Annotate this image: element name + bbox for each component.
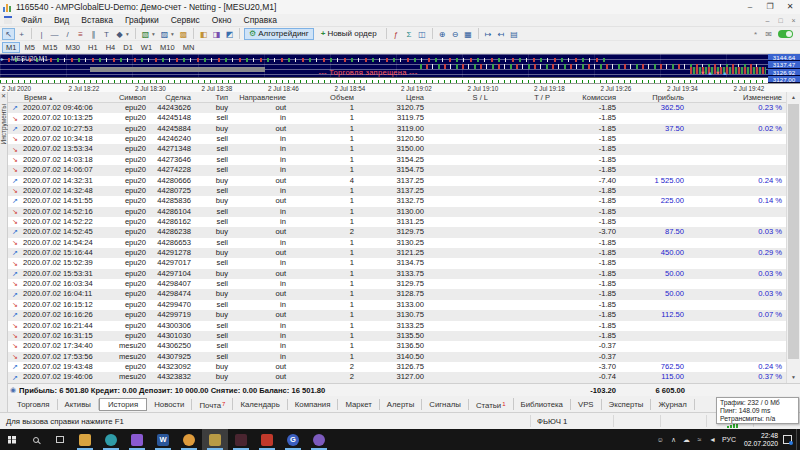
vertical-line-icon[interactable]: | — [35, 28, 48, 40]
vertical-scrollbar[interactable] — [786, 92, 800, 383]
close-button[interactable]: ✕ — [780, 0, 800, 14]
table-row[interactable]: 2020.07.02 10:27:53epu2044245884buyout13… — [8, 124, 786, 134]
table-row[interactable]: 2020.07.02 14:06:07epu2044274228sellin13… — [8, 165, 786, 175]
timeframe-h4[interactable]: H4 — [102, 42, 120, 53]
column-header-4[interactable]: Направление — [232, 93, 290, 102]
timeframe-m5[interactable]: M5 — [20, 42, 38, 53]
one-click-trading-icon[interactable]: ▸ — [1, 55, 4, 62]
timeframe-mn[interactable]: MN — [179, 42, 199, 53]
table-row[interactable]: 2020.07.02 16:04:11epu2044298474buyout13… — [8, 289, 786, 299]
timeframe-d1[interactable]: D1 — [119, 42, 137, 53]
table-row[interactable]: 2020.07.02 14:54:24epu2044286653sellin13… — [8, 238, 786, 248]
text-icon[interactable]: T — [100, 28, 113, 40]
table-row[interactable]: 2020.07.02 19:46:06mesu2044323832buyout2… — [8, 372, 786, 382]
word-icon[interactable]: W — [150, 429, 176, 450]
table-row[interactable]: 2020.07.02 13:53:34epu2044271348sellin13… — [8, 144, 786, 154]
scroll-up-icon[interactable] — [787, 92, 800, 103]
red-app-icon[interactable] — [254, 429, 280, 450]
toolbox-panel-strip[interactable]: ✕ Инструменты — [0, 92, 8, 412]
zoom-out-icon[interactable]: ⊖ — [449, 28, 462, 40]
menu-item-2[interactable]: Вставка — [75, 15, 119, 25]
history-table-header[interactable]: Время ▲СимволСделкаТипНаправлениеОбъемЦе… — [8, 92, 786, 103]
taskbar-clock[interactable]: 22:48 02.07.2020 — [744, 432, 778, 447]
table-row[interactable]: 2020.07.02 14:32:48epu2044280725sellin13… — [8, 186, 786, 196]
start-button[interactable] — [0, 429, 24, 450]
timeframe-m15[interactable]: M15 — [39, 42, 62, 53]
people-icon[interactable]: ☺ — [654, 436, 667, 444]
table-row[interactable]: 2020.07.02 14:52:45epu2044286238buyout23… — [8, 227, 786, 237]
table-row[interactable]: 2020.07.02 15:53:31epu2044297104buyout13… — [8, 269, 786, 279]
column-header-9[interactable]: Комиссия — [554, 93, 620, 102]
explorer-icon[interactable] — [72, 429, 98, 450]
community-chat-icon[interactable]: ✉ — [762, 28, 775, 40]
timeframe-m1[interactable]: M1 — [2, 42, 20, 53]
table-row[interactable]: 2020.07.02 10:34:18epu2044246240sellin13… — [8, 134, 786, 144]
child-close-button[interactable]: × — [787, 17, 800, 24]
table-row[interactable]: 2020.07.02 15:52:39epu2044297017sellin13… — [8, 258, 786, 268]
tile-windows-icon[interactable]: ▦ — [462, 28, 475, 40]
table-row[interactable]: 2020.07.02 17:34:40mesu2044306250sellin1… — [8, 341, 786, 351]
cursor-icon[interactable]: ↖ — [2, 28, 15, 40]
crosshair-icon[interactable]: + — [15, 28, 28, 40]
indicator-list-icon[interactable]: Σ — [403, 28, 416, 40]
tab-статьи[interactable]: Статьи1 — [469, 398, 514, 411]
orange-app-icon[interactable] — [176, 429, 202, 450]
table-row[interactable]: 2020.07.02 16:03:34epu2044298407sellin13… — [8, 279, 786, 289]
menu-item-3[interactable]: Графики — [119, 15, 165, 25]
table-row[interactable]: 2020.07.02 14:51:55epu2044285836buyout13… — [8, 196, 786, 206]
table-row[interactable]: 2020.07.02 14:32:31epu2044280666buyout43… — [8, 176, 786, 186]
task-view-button[interactable] — [48, 429, 72, 450]
dark-app-icon[interactable] — [228, 429, 254, 450]
chart-time-axis[interactable]: 2 Jul 20202 Jul 18:222 Jul 18:302 Jul 18… — [0, 83, 800, 92]
viber-icon[interactable] — [306, 429, 332, 450]
show-desktop-button[interactable] — [796, 429, 800, 450]
menu-item-4[interactable]: Сервис — [165, 15, 206, 25]
chart-window-icon[interactable] — [4, 16, 12, 24]
table-row[interactable]: 2020.07.02 16:16:26epu2044299719buyout13… — [8, 310, 786, 320]
tab-алерты[interactable]: Алерты — [380, 399, 422, 410]
restore-button[interactable]: ❐ — [760, 0, 780, 14]
menu-item-5[interactable]: Окно — [206, 15, 238, 25]
child-restore-button[interactable]: □ — [774, 17, 787, 24]
column-header-11[interactable]: Изменение — [688, 93, 786, 102]
tab-новости[interactable]: Новости — [147, 399, 192, 410]
auto-scroll-icon[interactable]: ↦ — [482, 28, 495, 40]
profiles-icon[interactable]: ▨ — [158, 28, 171, 40]
horizontal-line-icon[interactable]: — — [48, 28, 61, 40]
tab-почта[interactable]: Почта7 — [192, 398, 233, 411]
chart-main-pane[interactable]: ▸ MESU20,M1 --- Торговля запрещена --- — [0, 54, 768, 77]
tab-история[interactable]: История — [99, 398, 147, 411]
channel-icon[interactable]: ∥ — [87, 28, 100, 40]
column-header-1[interactable]: Символ — [110, 93, 150, 102]
column-header-8[interactable]: T / P — [492, 93, 554, 102]
table-row[interactable]: 2020.07.02 14:52:22epu2044286162sellin13… — [8, 217, 786, 227]
action-center-icon[interactable] — [783, 435, 792, 444]
table-row[interactable]: 2020.07.02 15:16:44epu2044291278buyout13… — [8, 248, 786, 258]
tab-библиотека[interactable]: Библиотека — [514, 399, 571, 410]
shapes-icon-dropdown[interactable]: ▾ — [126, 31, 132, 37]
table-row[interactable]: 2020.07.02 14:03:18epu2044273646sellin13… — [8, 155, 786, 165]
pin-icon[interactable]: * — [749, 28, 762, 40]
new-order-button[interactable]: +Новый ордер — [316, 28, 382, 40]
data-window-icon[interactable]: ◨ — [210, 28, 223, 40]
menu-item-0[interactable]: Файл — [15, 15, 48, 25]
templates-folder-icon[interactable]: ▩ — [177, 28, 190, 40]
column-header-2[interactable]: Сделка — [150, 93, 195, 102]
chart-objects-icon[interactable]: ◫ — [416, 28, 429, 40]
column-header-7[interactable]: S / L — [428, 93, 492, 102]
timeframe-h1[interactable]: H1 — [84, 42, 102, 53]
child-minimize-button[interactable]: – — [761, 17, 774, 24]
menu-item-1[interactable]: Вид — [48, 15, 75, 25]
table-row[interactable]: 2020.07.02 17:53:56mesu2044307925sellin1… — [8, 352, 786, 362]
column-header-3[interactable]: Тип — [195, 93, 232, 102]
tab-торговля[interactable]: Торговля — [10, 399, 58, 410]
market-watch-icon[interactable]: ◧ — [197, 28, 210, 40]
chart-price-scale[interactable]: 3144.643137.473126.923127.00 — [768, 54, 800, 83]
scroll-down-icon[interactable] — [787, 372, 800, 383]
tab-маркет[interactable]: Маркет — [338, 399, 379, 410]
chart-shift-icon[interactable]: ↤ — [495, 28, 508, 40]
trendline-icon[interactable]: / — [61, 28, 74, 40]
table-row[interactable]: 2020.07.02 19:43:48epu2044323092buyout23… — [8, 362, 786, 372]
timeframe-w1[interactable]: W1 — [137, 42, 156, 53]
column-header-0[interactable]: Время ▲ — [22, 93, 110, 102]
